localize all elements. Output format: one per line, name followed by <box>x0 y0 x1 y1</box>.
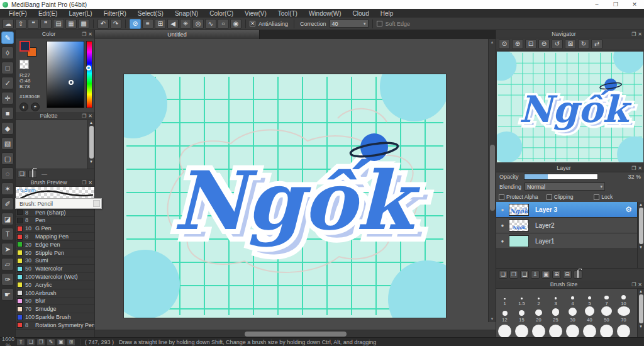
menu-item[interactable]: Color(C) <box>204 10 239 17</box>
correction-dropdown[interactable]: 40 ▾ <box>330 20 369 28</box>
brush-size-cell[interactable] <box>547 323 564 337</box>
tool-lasso[interactable]: ◌ <box>1 167 14 180</box>
navigator-thumbnail[interactable]: Ngốk Ngốk <box>496 50 644 164</box>
new-brush-menu-button[interactable]: ❐ <box>36 338 45 346</box>
menu-item[interactable]: File(F) <box>3 10 33 17</box>
tool-select[interactable]: ▢ <box>1 152 14 165</box>
brush-size-cell[interactable] <box>615 323 632 337</box>
concentric-circle-snap-button[interactable]: ◎ <box>192 19 204 29</box>
brush-size-cell[interactable]: 12 <box>496 306 513 323</box>
layer-visibility-icon[interactable]: ● <box>496 207 509 213</box>
chat-button[interactable]: ❞ <box>40 19 52 29</box>
nav-zoom-button[interactable]: ⊙ <box>499 39 510 49</box>
brush-size-cell[interactable] <box>598 323 615 337</box>
brush-size-cell[interactable]: 4 <box>564 290 581 306</box>
float-panel-icon[interactable]: ❐ <box>82 31 86 37</box>
brush-item[interactable]: 50 Acrylic ⚙ <box>16 281 94 289</box>
brush-size-cell[interactable]: 50 <box>598 306 615 323</box>
float-panel-icon[interactable]: ❐ <box>82 180 86 186</box>
lock-checkbox[interactable]: x <box>594 194 599 200</box>
brush-size-cell[interactable]: 70 <box>615 306 632 323</box>
brush-item[interactable]: 100 Sparkle Brush ⚙ <box>16 313 94 321</box>
parallel-snap-button[interactable]: ≡ <box>142 19 153 29</box>
scroll-up-icon[interactable]: ▲ <box>89 120 93 125</box>
redo-button[interactable]: ↷ <box>110 19 121 29</box>
canvas-vertical-scrollbar[interactable]: ▲ ▼ <box>488 39 496 322</box>
brush-size-cell[interactable]: 20 <box>530 306 547 323</box>
cross-snap-button[interactable]: ⊞ <box>155 19 166 29</box>
layer-row[interactable]: ● Ngốk Layer 3 ⚙ <box>496 202 637 218</box>
scroll-up-icon[interactable]: ▲ <box>639 202 643 207</box>
brush-item[interactable]: 50 Blur ⚙ <box>16 298 94 306</box>
nav-fit-screen-button[interactable]: ⊡ <box>525 39 536 49</box>
brush-item[interactable]: 10 G Pen ⚙ <box>16 225 94 233</box>
layer-row[interactable]: ● Ngốk Layer2 ⚙ <box>496 218 637 233</box>
vanishing-point-snap-button[interactable]: ◀ <box>167 19 179 29</box>
undo-button[interactable]: ↶ <box>97 19 109 29</box>
brush-folder-button[interactable]: ▣ <box>57 338 65 346</box>
menu-item[interactable]: Edit(E) <box>33 10 64 17</box>
canvas-horizontal-scrollbar[interactable] <box>95 330 496 337</box>
upload-button[interactable]: ⇧ <box>15 19 26 29</box>
brush-size-cell[interactable]: 7 <box>598 290 615 306</box>
canvas-artwork[interactable]: Ngốk Ngốk <box>124 74 446 318</box>
snap-settings-button[interactable]: ◉ <box>230 19 242 29</box>
edit-brush-button[interactable]: ✎ <box>47 338 55 346</box>
upload-brush-button[interactable]: ⇧ <box>16 338 25 346</box>
float-panel-icon[interactable]: ❐ <box>631 282 636 287</box>
import-layer-button[interactable]: ⇩ <box>531 271 540 279</box>
scroll-thumb[interactable] <box>490 145 495 211</box>
menu-item[interactable]: Cloud <box>347 10 375 17</box>
menu-item[interactable]: Snap(N) <box>169 10 204 17</box>
color-wheel-button[interactable]: ◐ <box>19 103 28 111</box>
brush-size-cell[interactable]: 2 <box>530 290 547 306</box>
brush-item[interactable]: 50 Stipple Pen ⚙ <box>16 249 94 257</box>
new-layer-button[interactable]: ❏ <box>499 271 508 279</box>
tool-move[interactable]: ✛ <box>1 92 14 104</box>
document-button[interactable]: ▤ <box>53 19 64 29</box>
menu-item[interactable]: View(V) <box>239 10 272 17</box>
tool-text[interactable]: T <box>1 228 14 240</box>
radial-snap-button[interactable]: ✳ <box>180 19 191 29</box>
float-panel-icon[interactable]: ❐ <box>82 113 86 119</box>
color-mode-button[interactable]: ◓ <box>31 103 40 111</box>
brush-item[interactable]: 8 Pen (Sharp) ⚙ <box>16 209 94 217</box>
brush-item[interactable]: 8 Rotation Symmetry Pen ⚙ <box>16 321 94 330</box>
duplicate-layer-button[interactable]: ⊞ <box>552 271 561 279</box>
palette-color-list[interactable] <box>16 120 87 169</box>
tool-select-eraser[interactable]: ◪ <box>1 213 14 225</box>
layout-panels-button[interactable]: ▦ <box>65 19 77 29</box>
tool-eraser[interactable]: ◊ <box>1 47 14 59</box>
close-button[interactable]: ✕ <box>625 1 644 8</box>
opacity-slider[interactable] <box>524 174 598 180</box>
tool-fill-rect[interactable]: ■ <box>1 107 14 120</box>
tool-magic-wand[interactable]: ✶ <box>1 182 14 195</box>
tile-panels-button[interactable]: ▩ <box>78 19 89 29</box>
brush-size-cell[interactable]: 10 <box>615 290 632 306</box>
close-panel-icon[interactable]: ✕ <box>638 31 642 37</box>
protect-alpha-checkbox[interactable]: x <box>499 194 504 200</box>
blending-dropdown[interactable]: Normal ▾ <box>525 182 605 191</box>
tool-select-pen[interactable]: ✐ <box>1 198 14 210</box>
soft-edge-checkbox[interactable]: x <box>377 21 382 26</box>
brush-size-cell[interactable] <box>564 323 581 337</box>
brush-item[interactable]: 8 Pen ⚙ <box>16 217 94 225</box>
brush-size-scrollbar[interactable]: ▲ ▼ <box>637 289 644 337</box>
add-palette-color-button[interactable]: ❏ <box>18 170 26 178</box>
hue-slider-marker[interactable] <box>86 65 91 70</box>
brush-size-cell[interactable] <box>530 323 547 337</box>
nav-zoom-in-button[interactable]: ⊕ <box>512 39 523 49</box>
layer-settings-gear-icon[interactable]: ⚙ <box>625 205 632 214</box>
document-tab[interactable]: Untitled <box>95 30 260 39</box>
brush-size-cell[interactable]: 1.5 <box>513 290 530 306</box>
brush-item[interactable]: 100 Airbrush ⚙ <box>16 289 94 298</box>
foreground-color-swatch[interactable] <box>19 41 30 52</box>
sv-picker-marker[interactable] <box>69 80 74 85</box>
hue-slider[interactable] <box>86 41 92 108</box>
scroll-thumb[interactable] <box>639 208 643 244</box>
close-panel-icon[interactable]: ✕ <box>88 31 92 37</box>
brush-item[interactable]: 50 Watercolor ⚙ <box>16 265 94 273</box>
comment-button[interactable]: ❝ <box>28 19 39 29</box>
layer-folder-button[interactable]: ▣ <box>541 271 550 279</box>
delete-layer-button[interactable] <box>574 271 582 279</box>
